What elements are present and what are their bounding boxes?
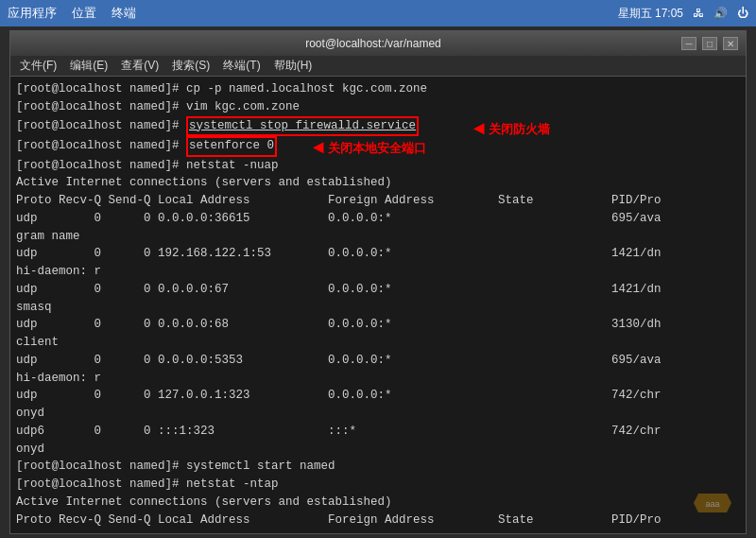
terminal-line-16: udp 0 0 0.0.0.0:5353 0.0.0.0:* 695/ava <box>16 352 740 370</box>
terminal-window: root@localhost:/var/named ─ □ ✕ 文件(F) 编辑… <box>9 30 747 534</box>
terminal-line-25: Proto Recv-Q Send-Q Local Address Foreig… <box>16 512 740 529</box>
datetime-label: 星期五 17:05 <box>618 6 683 22</box>
terminal-line-12: udp 0 0 0.0.0.0:67 0.0.0.0:* 1421/dn <box>16 281 740 299</box>
terminal-line-8: udp 0 0 0.0.0.0:36615 0.0.0.0:* 695/ava <box>16 210 740 228</box>
terminal-line-9: gram name <box>16 228 740 246</box>
menu-edit[interactable]: 编辑(E) <box>64 56 113 76</box>
title-bar-controls: ─ □ ✕ <box>681 37 738 50</box>
terminal-line-6: Active Internet connections (servers and… <box>16 174 740 192</box>
terminal-line-10: udp 0 0 192.168.122.1:53 0.0.0.0:* 1421/… <box>16 245 740 263</box>
terminal-menu[interactable]: 终端 <box>112 5 136 22</box>
terminal-line-1: [root@localhost named]# cp -p named.loca… <box>16 80 740 98</box>
maximize-button[interactable]: □ <box>702 37 717 50</box>
terminal-line-24: Active Internet connections (servers and… <box>16 494 740 512</box>
svg-text:aaa: aaa <box>705 499 719 509</box>
menu-view[interactable]: 查看(V) <box>115 56 164 76</box>
terminal-line-26: gram name <box>16 529 740 533</box>
firewall-annotation-label: 关闭防火墙 <box>489 120 550 139</box>
close-button[interactable]: ✕ <box>723 37 738 50</box>
terminal-line-22: [root@localhost named]# systemctl start … <box>16 458 740 476</box>
minimize-button[interactable]: ─ <box>681 37 696 50</box>
terminal-line-21: onyd <box>16 441 740 459</box>
terminal-line-2: [root@localhost named]# vim kgc.com.zone <box>16 98 740 116</box>
volume-icon: 🔊 <box>713 7 728 20</box>
taskbar-left: 应用程序 位置 终端 <box>8 5 136 22</box>
watermark: aaa <box>689 489 736 524</box>
selinux-annotation-label: 关闭本地安全端口 <box>328 139 426 158</box>
terminal-line-17: hi-daemon: r <box>16 370 740 388</box>
taskbar: 应用程序 位置 终端 星期五 17:05 🖧 🔊 ⏻ <box>0 0 756 26</box>
terminal-line-15: client <box>16 334 740 352</box>
selinux-arrow-icon: ◄ <box>313 139 324 158</box>
position-menu[interactable]: 位置 <box>72 5 96 22</box>
window-title: root@localhost:/var/named <box>65 37 681 50</box>
network-icon: 🖧 <box>693 7 704 20</box>
terminal-line-18: udp 0 0 127.0.0.1:323 0.0.0.0:* 742/chr <box>16 387 740 405</box>
selinux-annotation-group: ◄ 关闭本地安全端口 <box>313 139 426 158</box>
terminal-line-23: [root@localhost named]# netstat -ntap <box>16 476 740 494</box>
terminal-line-11: hi-daemon: r <box>16 263 740 281</box>
firewall-annotation-group: ◄ 关闭防火墙 <box>473 120 550 139</box>
setenforce-cmd-highlight: setenforce 0 <box>186 136 277 157</box>
terminal-line-3: [root@localhost named]# systemctl stop f… <box>16 116 740 137</box>
terminal-line-5: [root@localhost named]# netstat -nuap <box>16 157 740 175</box>
menu-terminal[interactable]: 终端(T) <box>217 56 266 76</box>
terminal-line-13: smasq <box>16 299 740 317</box>
title-bar: root@localhost:/var/named ─ □ ✕ <box>10 31 746 56</box>
terminal-line-14: udp 0 0 0.0.0.0:68 0.0.0.0:* 3130/dh <box>16 316 740 334</box>
firewall-arrow-icon: ◄ <box>473 120 485 139</box>
apps-menu[interactable]: 应用程序 <box>8 5 57 22</box>
menu-bar: 文件(F) 编辑(E) 查看(V) 搜索(S) 终端(T) 帮助(H) <box>10 56 746 77</box>
menu-help[interactable]: 帮助(H) <box>268 56 318 76</box>
terminal-line-7: Proto Recv-Q Send-Q Local Address Foreig… <box>16 192 740 210</box>
menu-file[interactable]: 文件(F) <box>14 56 62 76</box>
power-icon[interactable]: ⏻ <box>737 7 748 20</box>
terminal-line-19: onyd <box>16 405 740 423</box>
firewall-cmd-highlight: systemctl stop firewalld.service <box>186 116 419 137</box>
taskbar-right: 星期五 17:05 🖧 🔊 ⏻ <box>618 6 748 22</box>
menu-search[interactable]: 搜索(S) <box>166 56 215 76</box>
terminal-line-20: udp6 0 0 :::1:323 :::* 742/chr <box>16 423 740 441</box>
terminal-content[interactable]: [root@localhost named]# cp -p named.loca… <box>10 77 746 533</box>
